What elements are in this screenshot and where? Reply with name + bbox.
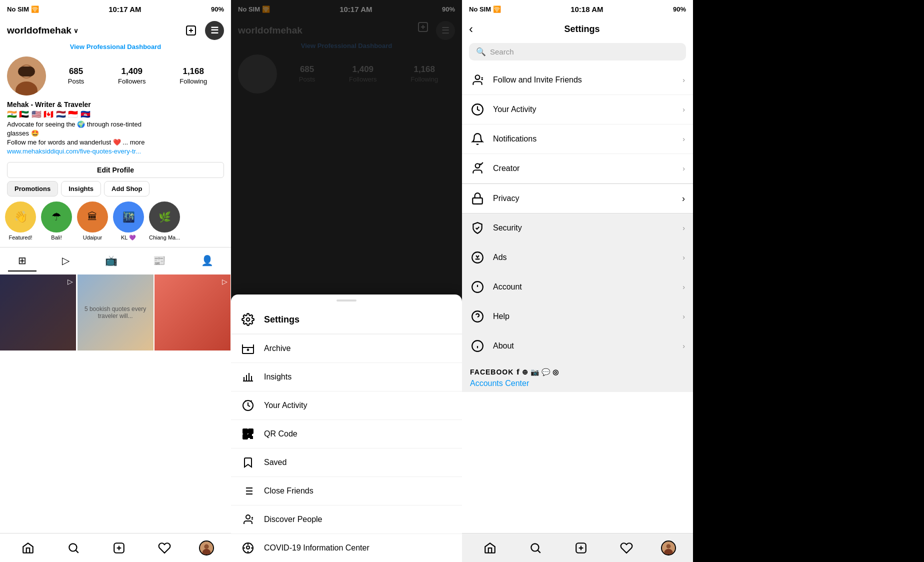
tab-grid[interactable]: ⊞ (8, 250, 36, 272)
add-post-button[interactable] (184, 24, 198, 38)
phone-1: No SIM 🛜 10:17 AM 90% worldofmehak ∨ ☰ V… (0, 0, 231, 562)
tab-promotions[interactable]: Promotions (7, 181, 58, 196)
facebook-section: FACEBOOK 𝗳 ⊕ 📷 💬 ◎ Accounts Center (462, 361, 693, 392)
username-display[interactable]: worldofmehak ∨ (7, 25, 78, 36)
saved-icon (241, 456, 255, 470)
menu-overlay: Settings Archive (231, 294, 462, 562)
story-item-kl[interactable]: 🌃 KL 💜 (113, 202, 144, 241)
tab-igtv[interactable]: 📺 (95, 250, 128, 272)
settings-privacy[interactable]: Privacy › (462, 184, 693, 214)
tab-collab[interactable]: 👤 (191, 250, 224, 272)
menu-archive-label: Archive (264, 344, 290, 353)
story-label-chiangma: Chiang Ma... (149, 234, 180, 240)
menu-button[interactable]: ☰ (205, 21, 224, 40)
menu-archive-item[interactable]: Archive (231, 334, 462, 363)
tab-tagged[interactable]: 📰 (143, 250, 176, 272)
oculus-icon: ◎ (552, 368, 559, 376)
nav-add-button[interactable] (108, 537, 130, 559)
battery-3: 90% (673, 6, 686, 13)
help-label: Help (493, 312, 674, 321)
posts-stat[interactable]: 685 Posts (68, 66, 84, 86)
menu-saved-label: Saved (264, 458, 286, 467)
photo-grid: ▷ 5 bookish quotes every traveler will..… (0, 274, 231, 350)
settings-creator[interactable]: Creator › (462, 154, 693, 184)
settings-follow-friends[interactable]: Follow and Invite Friends › (462, 66, 693, 95)
search-placeholder: Search (490, 48, 514, 56)
edit-profile-button[interactable]: Edit Profile (7, 162, 224, 178)
settings-activity[interactable]: Your Activity › (462, 95, 693, 124)
settings-list: Follow and Invite Friends › Your Activit… (462, 66, 693, 392)
activity-chevron: › (682, 106, 685, 114)
time-3: 10:18 AM (570, 5, 603, 14)
professional-dashboard-link[interactable]: View Professional Dashboard (0, 42, 231, 54)
bottom-nav-3 (462, 533, 693, 562)
qr-icon (241, 427, 255, 441)
stats-row: 685 Posts 1,409 Followers 1,168 Followin… (51, 66, 224, 86)
nav-profile-button-3[interactable] (661, 540, 676, 556)
svg-rect-33 (248, 434, 250, 436)
menu-saved-item[interactable]: Saved (231, 448, 462, 477)
menu-covid-label: COVID-19 Information Center (264, 544, 370, 552)
following-stat[interactable]: 1,168 Following (180, 66, 207, 86)
nav-search-button[interactable] (62, 537, 84, 559)
bio-link[interactable]: www.mehaksiddiqui.com/five-quotes-every-… (7, 148, 224, 155)
story-label-featured: Featured! (8, 234, 32, 240)
nav-heart-button[interactable] (154, 537, 176, 559)
menu-discover-item[interactable]: Discover People (231, 506, 462, 534)
settings-notifications[interactable]: Notifications › (462, 124, 693, 154)
time-1: 10:17 AM (108, 5, 141, 14)
settings-security[interactable]: Security › (462, 214, 693, 243)
notifications-chevron: › (682, 135, 685, 143)
followers-stat[interactable]: 1,409 Followers (118, 66, 146, 86)
grid-cell-1[interactable]: ▷ (0, 274, 76, 350)
insights-icon (241, 370, 255, 384)
tab-insights[interactable]: Insights (61, 181, 101, 196)
settings-account[interactable]: Account › (462, 272, 693, 302)
story-item-bali[interactable]: ☂ Bali! (41, 202, 72, 241)
story-item-udaipur[interactable]: 🏛 Udaipur (77, 202, 108, 241)
settings-about[interactable]: About › (462, 332, 693, 361)
nav-profile-button[interactable] (199, 540, 214, 556)
settings-help[interactable]: Help › (462, 302, 693, 332)
story-item-featured[interactable]: 👋 Featured! (5, 202, 36, 241)
nav-heart-button-3[interactable] (616, 537, 638, 559)
search-bar[interactable]: 🔍 Search (469, 43, 686, 60)
nav-home-button[interactable] (17, 537, 39, 559)
menu-settings-label: Settings (264, 314, 300, 325)
grid-cell-3[interactable]: ▷ (154, 274, 230, 350)
menu-activity-item[interactable]: Your Activity (231, 392, 462, 420)
svg-point-76 (666, 544, 671, 548)
ads-chevron: › (682, 254, 685, 262)
settings-header: ‹ Settings (462, 18, 693, 41)
header-icons: ☰ (184, 21, 224, 40)
story-item-chiangma[interactable]: 🌿 Chiang Ma... (149, 202, 180, 241)
grid-cell-2[interactable]: 5 bookish quotes every traveler will... (78, 274, 154, 350)
instagram-icon: 📷 (530, 368, 540, 376)
story-circle-bali: ☂ (41, 202, 72, 232)
status-bar-3: No SIM 🛜 10:18 AM 90% (462, 0, 693, 18)
content-tabs-row: ⊞ ▷ 📺 📰 👤 (0, 248, 231, 274)
tab-add-shop[interactable]: Add Shop (104, 181, 150, 196)
status-bar-1: No SIM 🛜 10:17 AM 90% (0, 0, 231, 18)
svg-rect-30 (244, 430, 246, 432)
story-label-udaipur: Udaipur (83, 234, 102, 240)
nav-home-button-3[interactable] (479, 537, 501, 559)
tab-reels[interactable]: ▷ (52, 250, 80, 272)
menu-covid-item[interactable]: COVID-19 Information Center (231, 534, 462, 562)
fb-icon: 𝗳 (516, 368, 520, 376)
settings-ads[interactable]: Ads › (462, 243, 693, 272)
menu-closefriends-item[interactable]: Close Friends (231, 477, 462, 506)
reel-icon-2: ▷ (222, 278, 228, 286)
nav-search-button-3[interactable] (524, 537, 546, 559)
carrier-3: No SIM 🛜 (469, 6, 501, 13)
settings-title: Settings (478, 24, 686, 34)
menu-settings-item[interactable]: Settings (231, 304, 462, 334)
back-button[interactable]: ‹ (469, 22, 473, 36)
accounts-center-link[interactable]: Accounts Center (470, 376, 685, 388)
account-icon (470, 280, 485, 294)
svg-point-8 (69, 544, 76, 551)
menu-insights-item[interactable]: Insights (231, 363, 462, 392)
svg-rect-7 (18, 66, 35, 76)
menu-qr-item[interactable]: QR Code (231, 420, 462, 448)
nav-add-button-3[interactable] (570, 537, 592, 559)
